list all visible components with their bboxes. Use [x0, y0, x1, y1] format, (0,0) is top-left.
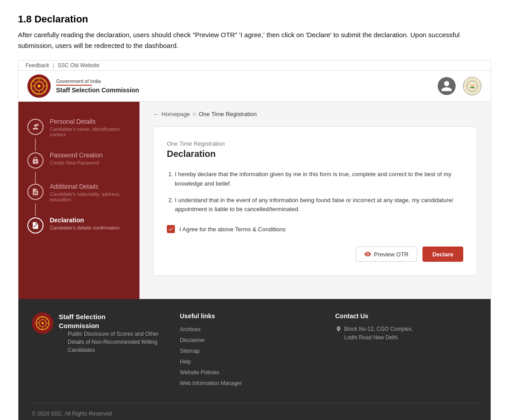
footer-link-disclaimer[interactable]: Disclaimer — [180, 337, 205, 343]
agree-label: I Agree for the above Terms & Conditions — [179, 226, 286, 233]
footer-contact-section: Contact Us Block No-12, CGO Complex, Lod… — [335, 312, 478, 342]
additional-details-icon — [27, 184, 44, 200]
site-footer: Staff SelectionCommission Public Disclos… — [18, 299, 491, 420]
sidebar-item-personal[interactable]: + Personal Details Candidate's name, ide… — [18, 111, 139, 144]
doc-description: After carefully reading the declaration,… — [18, 30, 491, 51]
preview-otr-button[interactable]: Preview OTR — [356, 247, 417, 262]
sidebar-item-declaration[interactable]: Declaration Candidate's details confirma… — [18, 209, 139, 241]
back-arrow[interactable]: ← — [153, 111, 159, 117]
sidebar: + Personal Details Candidate's name, ide… — [18, 102, 139, 299]
card-title: Declaration — [167, 149, 463, 159]
footer-org-name: Staff SelectionCommission — [59, 312, 166, 330]
sidebar-item-additional[interactable]: Additional Details Candidate's nationali… — [18, 176, 139, 209]
footer-contact-title: Contact Us — [335, 312, 478, 320]
agree-row: I Agree for the above Terms & Conditions — [167, 225, 463, 233]
footer-contact-address: Block No-12, CGO Complex, Lodhi Road New… — [335, 325, 478, 342]
sidebar-item-additional-text: Additional Details Candidate's nationali… — [50, 183, 131, 202]
location-icon — [335, 326, 342, 332]
header-red-line — [56, 85, 92, 86]
breadcrumb-separator: > — [193, 111, 196, 117]
footer-divider — [32, 403, 477, 403]
svg-text:+: + — [37, 124, 38, 126]
govt-line: Government of India — [56, 78, 139, 84]
svg-text:🇮🇳: 🇮🇳 — [470, 84, 474, 89]
feedback-link[interactable]: Feedback — [26, 62, 49, 69]
footer-top: Staff SelectionCommission Public Disclos… — [32, 312, 477, 398]
agree-checkbox[interactable] — [167, 225, 175, 233]
footer-link-archives[interactable]: Archives — [180, 326, 200, 333]
card-subtitle: One Time Registration — [167, 140, 463, 147]
footer-description: Public Disclosure of Scores and Other De… — [68, 330, 166, 354]
footer-links-section: Useful links Archives Disclaimer Sitemap… — [180, 312, 322, 390]
footer-links-title: Useful links — [180, 312, 322, 320]
svg-point-2 — [38, 85, 40, 87]
svg-point-18 — [42, 322, 44, 325]
declare-button[interactable]: Declare — [422, 247, 463, 262]
site-header: Government of India Staff Selection Comm… — [18, 71, 491, 102]
breadcrumb: ← Homepage > One Time Registration — [153, 111, 477, 117]
header-title: Government of India Staff Selection Comm… — [56, 78, 139, 94]
old-website-link[interactable]: SSC Old Website — [58, 62, 100, 69]
page-content: ← Homepage > One Time Registration One T… — [139, 102, 491, 299]
header-right: 🇮🇳 — [438, 77, 482, 95]
footer-links-list: Archives Disclaimer Sitemap Help Website… — [180, 325, 322, 387]
personal-details-icon: + — [27, 119, 44, 135]
footer-link-web-info-manager[interactable]: Web Information Manager — [180, 380, 242, 386]
site-logo — [27, 74, 51, 98]
main-content: + Personal Details Candidate's name, ide… — [18, 102, 491, 299]
footer-brand: Staff SelectionCommission Public Disclos… — [32, 312, 166, 354]
declaration-item-2: I understand that in the event of any in… — [175, 196, 463, 215]
declaration-card: One Time Registration Declaration I here… — [153, 126, 477, 276]
footer-logo — [32, 312, 53, 334]
doc-title: 1.8 Declaration — [18, 13, 491, 25]
top-bar-sep: | — [53, 62, 54, 69]
preview-icon — [364, 251, 371, 258]
card-actions: Preview OTR Declare — [167, 247, 463, 262]
top-bar: Feedback | SSC Old Website — [18, 61, 491, 71]
ssc-name: Staff Selection Commission — [56, 87, 139, 94]
header-left: Government of India Staff Selection Comm… — [27, 74, 139, 98]
declaration-list: I hereby declare that the information gi… — [167, 170, 463, 214]
sidebar-item-password-text: Password Creation Create New Password — [50, 152, 103, 165]
footer-link-help[interactable]: Help — [180, 359, 191, 365]
footer-link-sitemap[interactable]: Sitemap — [180, 348, 200, 354]
user-avatar[interactable] — [438, 77, 456, 95]
sidebar-item-password[interactable]: Password Creation Create New Password — [18, 144, 139, 176]
sidebar-item-declaration-text: Declaration Candidate's details confirma… — [50, 216, 120, 230]
govt-emblem: 🇮🇳 — [463, 77, 482, 95]
sidebar-item-personal-text: Personal Details Candidate's name, ident… — [50, 118, 131, 137]
breadcrumb-current: One Time Registration — [199, 111, 257, 117]
password-creation-icon — [27, 152, 44, 169]
footer-copyright: © 2024 SSC. All Rights Reserved — [32, 408, 477, 417]
declaration-icon — [27, 217, 44, 234]
declaration-item-1: I hereby declare that the information gi… — [175, 170, 463, 189]
footer-link-website-policies[interactable]: Website Policies — [180, 369, 219, 376]
breadcrumb-home[interactable]: Homepage — [161, 111, 190, 117]
